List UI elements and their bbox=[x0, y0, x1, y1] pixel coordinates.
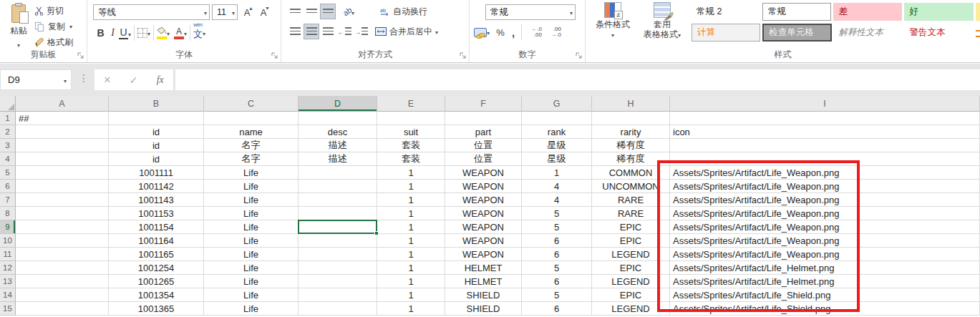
row-header-3[interactable]: 3 bbox=[0, 139, 16, 152]
row-header-8[interactable]: 8 bbox=[0, 207, 16, 220]
align-center-button[interactable] bbox=[304, 24, 319, 39]
decrease-font-button[interactable]: A▼ bbox=[256, 7, 271, 18]
bold-button[interactable]: B bbox=[94, 27, 107, 39]
style-item-normal[interactable]: 常规 bbox=[762, 3, 831, 21]
cell-F6[interactable]: WEAPON bbox=[445, 180, 522, 193]
cell-F12[interactable]: HELMET bbox=[445, 261, 522, 275]
row-header-9[interactable]: 9 bbox=[0, 220, 16, 234]
cell-H12[interactable]: EPIC bbox=[592, 261, 670, 275]
style-item-good[interactable]: 好 bbox=[904, 3, 973, 21]
cell-B5[interactable]: 1001111 bbox=[109, 166, 204, 180]
cell-B8[interactable]: 1001153 bbox=[109, 207, 204, 220]
cell-F8[interactable]: WEAPON bbox=[445, 207, 522, 220]
cell-F10[interactable]: WEAPON bbox=[445, 234, 522, 248]
cell-I10[interactable]: Assets/Sprites/Artifact/Life_Weapon.png bbox=[670, 234, 980, 248]
merge-center-button[interactable]: 合并后居中 bbox=[375, 26, 438, 38]
orientation-button[interactable]: ab bbox=[336, 4, 361, 19]
cell-B2[interactable]: id bbox=[109, 125, 204, 139]
formula-bar-resize-dots-icon[interactable] bbox=[79, 72, 87, 84]
cell-A10[interactable] bbox=[16, 234, 109, 248]
cell-A7[interactable] bbox=[16, 193, 109, 207]
cell-B14[interactable]: 1001354 bbox=[109, 288, 204, 302]
cell-G6[interactable]: 4 bbox=[522, 180, 592, 193]
cell-C15[interactable]: Life bbox=[204, 302, 299, 316]
align-bottom-button[interactable] bbox=[320, 4, 336, 19]
cell-I9[interactable]: Assets/Sprites/Artifact/Life_Weapon.png bbox=[670, 220, 980, 234]
cell-I14[interactable]: Assets/Sprites/Artifact/Life_Shield.png bbox=[670, 288, 980, 302]
number-dialog-launcher-icon[interactable] bbox=[575, 52, 583, 59]
cell-D9[interactable] bbox=[299, 220, 377, 234]
row-header-13[interactable]: 13 bbox=[0, 275, 16, 288]
insert-function-icon[interactable]: fx bbox=[157, 74, 164, 86]
cell-C11[interactable]: Life bbox=[204, 248, 299, 261]
align-top-button[interactable] bbox=[287, 4, 303, 19]
cell-A2[interactable] bbox=[16, 125, 109, 139]
cell-H14[interactable]: EPIC bbox=[592, 288, 670, 302]
column-header-H[interactable]: H bbox=[592, 96, 670, 112]
cell-I7[interactable]: Assets/Sprites/Artifact/Life_Weapon.png bbox=[670, 193, 980, 207]
cell-G15[interactable]: 6 bbox=[522, 302, 592, 316]
cell-A6[interactable] bbox=[16, 180, 109, 193]
number-format-select[interactable]: 常规 bbox=[485, 4, 576, 20]
paste-dropdown-icon[interactable] bbox=[17, 37, 20, 50]
style-item-normal-2[interactable]: 常规 2 bbox=[692, 3, 760, 21]
cell-H3[interactable]: 稀有度 bbox=[592, 139, 670, 152]
decrease-indent-button[interactable]: ← bbox=[336, 24, 352, 39]
cell-E15[interactable]: 1 bbox=[377, 302, 445, 316]
fill-handle[interactable] bbox=[374, 231, 379, 235]
cell-G12[interactable]: 5 bbox=[522, 261, 592, 275]
align-middle-button[interactable] bbox=[304, 4, 319, 19]
cell-C6[interactable]: Life bbox=[204, 180, 299, 193]
cell-A3[interactable] bbox=[16, 139, 109, 152]
style-item-check-cell[interactable]: 检查单元格 bbox=[762, 24, 831, 42]
cell-D10[interactable] bbox=[299, 234, 377, 248]
cell-F4[interactable]: 位置 bbox=[445, 152, 522, 166]
cell-F3[interactable]: 位置 bbox=[445, 139, 522, 152]
cell-E14[interactable]: 1 bbox=[377, 288, 445, 302]
column-header-G[interactable]: G bbox=[522, 96, 592, 112]
cell-E11[interactable]: 1 bbox=[377, 248, 445, 261]
cell-D2[interactable]: desc bbox=[299, 125, 377, 139]
format-as-table-button[interactable]: 套用 表格格式 bbox=[637, 2, 687, 41]
cell-F2[interactable]: part bbox=[445, 125, 522, 139]
accounting-format-button[interactable] bbox=[474, 27, 490, 37]
cell-C1[interactable] bbox=[204, 112, 299, 125]
row-header-1[interactable]: 1 bbox=[0, 112, 16, 125]
cell-B13[interactable]: 1001265 bbox=[109, 275, 204, 288]
cell-G11[interactable]: 6 bbox=[522, 248, 592, 261]
underline-dropdown-icon[interactable] bbox=[128, 26, 131, 39]
clipboard-dialog-launcher-icon[interactable] bbox=[77, 52, 84, 59]
cell-F5[interactable]: WEAPON bbox=[445, 166, 522, 180]
cell-H7[interactable]: RARE bbox=[592, 193, 670, 207]
cell-C4[interactable]: 名字 bbox=[204, 152, 299, 166]
cell-G9[interactable]: 5 bbox=[522, 220, 592, 234]
row-header-11[interactable]: 11 bbox=[0, 248, 16, 261]
cell-E9[interactable]: 1 bbox=[377, 220, 445, 234]
cell-A5[interactable] bbox=[16, 166, 109, 180]
style-item-bad[interactable]: 差 bbox=[833, 3, 902, 21]
copy-button[interactable]: 复制 bbox=[34, 19, 72, 34]
cancel-icon[interactable]: × bbox=[104, 74, 110, 87]
font-size-select[interactable]: 11 bbox=[212, 4, 238, 20]
cell-B1[interactable] bbox=[109, 112, 204, 125]
cell-D15[interactable] bbox=[299, 302, 377, 316]
cell-H11[interactable]: LEGEND bbox=[592, 248, 670, 261]
font-name-select[interactable]: 等线 bbox=[93, 4, 210, 20]
cell-I15[interactable]: Assets/Sprites/Artifact/Life_Shield.png bbox=[670, 302, 980, 316]
cell-D13[interactable] bbox=[299, 275, 377, 288]
column-header-E[interactable]: E bbox=[377, 96, 445, 112]
font-color-button[interactable]: A bbox=[174, 26, 187, 39]
cell-C13[interactable]: Life bbox=[204, 275, 299, 288]
cell-F14[interactable]: SHIELD bbox=[445, 288, 522, 302]
cell-E5[interactable]: 1 bbox=[377, 166, 445, 180]
column-header-C[interactable]: C bbox=[204, 96, 299, 112]
cell-G3[interactable]: 星级 bbox=[522, 139, 592, 152]
cell-C12[interactable]: Life bbox=[204, 261, 299, 275]
cell-B12[interactable]: 1001254 bbox=[109, 261, 204, 275]
cell-F7[interactable]: WEAPON bbox=[445, 193, 522, 207]
row-header-6[interactable]: 6 bbox=[0, 180, 16, 193]
cell-I8[interactable]: Assets/Sprites/Artifact/Life_Weapon.png bbox=[670, 207, 980, 220]
cell-A8[interactable] bbox=[16, 207, 109, 220]
select-all-button[interactable] bbox=[0, 96, 16, 112]
style-item-warning-text[interactable]: 警告文本 bbox=[905, 24, 974, 42]
